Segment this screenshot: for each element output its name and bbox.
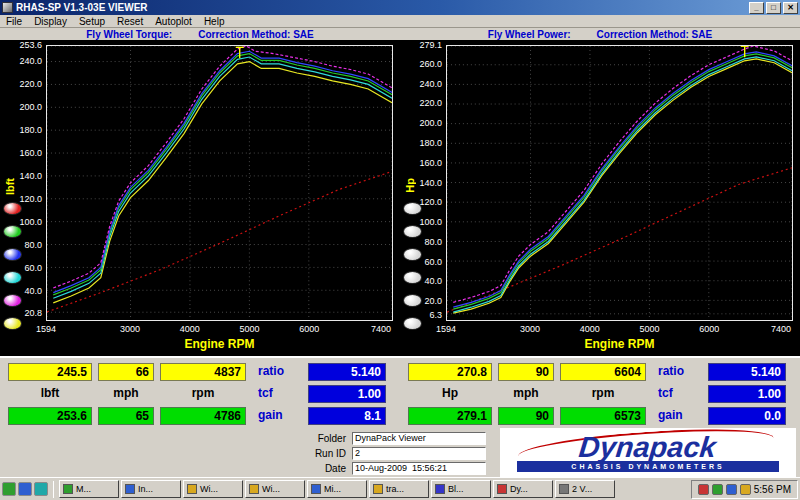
y-tick-label: 160.0 — [419, 158, 442, 168]
taskbar-button[interactable]: M... — [59, 480, 119, 498]
run-info-fields: Folder Run ID Date — [306, 431, 486, 475]
menu-reset[interactable]: Reset — [111, 16, 149, 27]
channel-button-5[interactable] — [403, 294, 422, 307]
taskbar-button[interactable]: Wi... — [183, 480, 243, 498]
menu-file[interactable]: File — [0, 16, 28, 27]
power-channel-buttons — [403, 202, 422, 330]
series-speed-trace — [447, 168, 792, 312]
task-window-icon — [249, 484, 259, 494]
taskbar-button[interactable]: In... — [121, 480, 181, 498]
taskbar-button-label: Wi... — [200, 484, 218, 494]
channel-button-6[interactable] — [403, 317, 422, 330]
channel-button-4[interactable] — [403, 271, 422, 284]
taskbar-button[interactable]: Mi... — [307, 480, 367, 498]
quick-launch — [2, 482, 48, 496]
maximize-button[interactable]: □ — [766, 2, 781, 14]
y-tick-label: 40.0 — [24, 286, 42, 296]
taskbar-button-label: Wi... — [262, 484, 280, 494]
minimize-button[interactable]: _ — [749, 2, 764, 14]
peak-value-cell: 90 — [498, 407, 554, 425]
peak-value-cell: 4786 — [160, 407, 246, 425]
quick-launch-icon-1[interactable] — [2, 482, 16, 496]
taskbar-button-label: Dy... — [510, 484, 528, 494]
x-tick-label: 3000 — [513, 324, 547, 334]
x-tick-label: 3000 — [113, 324, 147, 334]
y-tick-label: 279.1 — [419, 40, 442, 50]
menu-display[interactable]: Display — [28, 16, 73, 27]
channel-button-2[interactable] — [3, 225, 22, 238]
x-tick-label: 7400 — [764, 324, 798, 334]
x-tick-label: 6000 — [692, 324, 726, 334]
y-tick-label: 120.0 — [19, 194, 42, 204]
date-input[interactable] — [352, 462, 486, 475]
channel-button-5[interactable] — [3, 294, 22, 307]
y-tick-label: 20.0 — [424, 296, 442, 306]
y-tick-label: 100.0 — [419, 217, 442, 227]
taskbar-button[interactable]: Bl... — [431, 480, 491, 498]
menu-help[interactable]: Help — [198, 16, 231, 27]
channel-button-2[interactable] — [403, 225, 422, 238]
channel-button-1[interactable] — [3, 202, 22, 215]
window-title: RHAS-SP V1.3-03E VIEWER — [16, 2, 746, 13]
torque-correction-method: Correction Method: SAE — [198, 29, 314, 40]
readout-side-value: 1.00 — [708, 385, 786, 403]
run-id-input[interactable] — [352, 447, 486, 460]
taskbar-button[interactable]: Dy... — [493, 480, 553, 498]
torque-plot-frame — [46, 45, 393, 321]
power-header-title: Fly Wheel Power: — [488, 29, 571, 40]
taskbar-button[interactable]: 2 V... — [555, 480, 615, 498]
quick-launch-icon-2[interactable] — [18, 482, 32, 496]
channel-button-3[interactable] — [3, 248, 22, 261]
series-run-green — [453, 54, 792, 309]
unit-label-cell: Hp — [408, 385, 492, 403]
cursor-value-cell: 270.8 — [408, 363, 492, 381]
power-plot-frame — [446, 45, 793, 321]
task-window-icon — [497, 484, 507, 494]
x-tick-label: 7400 — [364, 324, 398, 334]
quick-launch-icon-3[interactable] — [34, 482, 48, 496]
y-tick-label: 240.0 — [19, 56, 42, 66]
menu-setup[interactable]: Setup — [73, 16, 111, 27]
power-readout-grid: 270.8906604ratio5.140Hpmphrpmtcf1.00279.… — [400, 358, 800, 430]
x-tick-label: 6000 — [292, 324, 326, 334]
readout-side-value: 5.140 — [708, 363, 786, 381]
channel-button-3[interactable] — [403, 248, 422, 261]
x-tick-label: 1594 — [429, 324, 463, 334]
peak-value-cell: 279.1 — [408, 407, 492, 425]
menu-autoplot[interactable]: Autoplot — [149, 16, 198, 27]
torque-chart-body: lbft 253.6240.0220.0200.0180.0160.0140.0… — [0, 40, 400, 356]
x-tick-label: 5000 — [633, 324, 667, 334]
cursor-value-cell: 66 — [98, 363, 154, 381]
y-tick-label: 180.0 — [419, 138, 442, 148]
taskbar-button[interactable]: tra... — [369, 480, 429, 498]
y-tick-label: 80.0 — [24, 240, 42, 250]
taskbar-button[interactable]: Wi... — [245, 480, 305, 498]
power-plot-area — [447, 46, 792, 320]
unit-label-cell: rpm — [560, 385, 646, 403]
power-chart-panel: Fly Wheel Power: Correction Method: SAE … — [400, 28, 800, 428]
channel-button-6[interactable] — [3, 317, 22, 330]
taskbar-button-label: Mi... — [324, 484, 341, 494]
channel-button-4[interactable] — [3, 271, 22, 284]
close-button[interactable]: ✕ — [783, 2, 798, 14]
taskbar-button-label: M... — [76, 484, 91, 494]
tray-icon-2 — [712, 484, 723, 495]
taskbar-divider — [53, 481, 54, 498]
readout-side-label: gain — [252, 407, 302, 425]
y-tick-label: 160.0 — [19, 148, 42, 158]
cursor-value-cell: 90 — [498, 363, 554, 381]
taskbar-button-label: Bl... — [448, 484, 464, 494]
y-tick-label: 220.0 — [419, 98, 442, 108]
task-window-icon — [435, 484, 445, 494]
tray-icons — [698, 484, 751, 495]
series-run-yellow — [453, 59, 792, 313]
y-tick-label: 100.0 — [19, 217, 42, 227]
y-tick-label: 60.0 — [424, 257, 442, 267]
folder-input[interactable] — [352, 432, 486, 445]
series-speed-trace — [47, 171, 392, 312]
readout-side-value: 5.140 — [308, 363, 386, 381]
series-run-blue — [453, 52, 792, 307]
y-tick-label: 60.0 — [24, 263, 42, 273]
date-label: Date — [306, 463, 346, 474]
channel-button-1[interactable] — [403, 202, 422, 215]
